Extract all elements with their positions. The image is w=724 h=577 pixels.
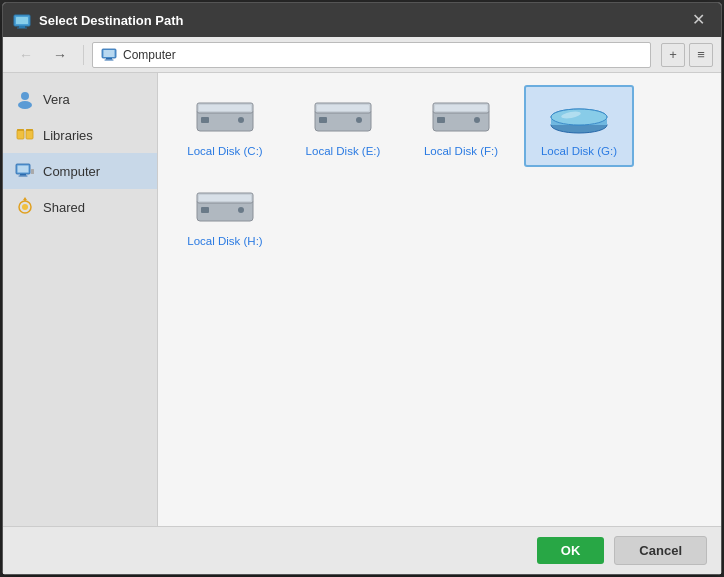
svg-rect-5 <box>104 50 115 57</box>
sidebar: Vera Libraries <box>3 73 158 526</box>
svg-rect-35 <box>435 105 487 111</box>
svg-point-47 <box>238 207 244 213</box>
svg-rect-18 <box>31 169 34 174</box>
svg-rect-12 <box>17 129 24 131</box>
svg-marker-22 <box>23 197 27 200</box>
disk-g-label: Local Disk (G:) <box>541 145 617 157</box>
file-item-disk-h[interactable]: Local Disk (H:) <box>170 175 280 257</box>
sidebar-item-libraries[interactable]: Libraries <box>3 117 157 153</box>
svg-rect-25 <box>199 105 251 111</box>
svg-rect-16 <box>20 174 26 176</box>
toolbar-separator <box>83 45 84 65</box>
sidebar-label-libraries: Libraries <box>43 128 93 143</box>
svg-rect-11 <box>26 130 33 139</box>
file-item-disk-f[interactable]: Local Disk (F:) <box>406 85 516 167</box>
svg-rect-7 <box>105 59 114 60</box>
main-content: Vera Libraries <box>3 73 721 526</box>
disk-c-icon <box>193 95 257 139</box>
toolbar: ← → Computer + ≡ <box>3 37 721 73</box>
svg-rect-1 <box>16 17 28 24</box>
svg-rect-17 <box>19 176 28 177</box>
sidebar-item-shared[interactable]: Shared <box>3 189 157 225</box>
svg-rect-10 <box>17 130 24 139</box>
svg-rect-31 <box>319 117 327 123</box>
toolbar-actions: + ≡ <box>661 43 713 67</box>
svg-point-32 <box>356 117 362 123</box>
back-button[interactable]: ← <box>11 43 41 67</box>
svg-rect-36 <box>437 117 445 123</box>
svg-point-9 <box>18 101 32 109</box>
svg-rect-15 <box>18 166 29 173</box>
svg-rect-3 <box>17 28 27 29</box>
svg-rect-46 <box>201 207 209 213</box>
sidebar-label-shared: Shared <box>43 200 85 215</box>
computer-address-icon <box>101 47 117 63</box>
svg-point-20 <box>22 204 28 210</box>
svg-rect-45 <box>199 195 251 201</box>
forward-button[interactable]: → <box>45 43 75 67</box>
disk-f-label: Local Disk (F:) <box>424 145 498 157</box>
disk-g-icon <box>547 95 611 139</box>
disk-h-icon <box>193 185 257 229</box>
svg-rect-13 <box>26 129 33 131</box>
svg-point-27 <box>238 117 244 123</box>
user-icon <box>15 89 35 109</box>
disk-c-label: Local Disk (C:) <box>187 145 262 157</box>
file-area: Local Disk (C:) Local Disk (E:) <box>158 73 721 526</box>
libraries-icon <box>15 125 35 145</box>
disk-f-icon <box>429 95 493 139</box>
close-button[interactable]: ✕ <box>686 10 711 30</box>
address-bar: Computer <box>92 42 651 68</box>
cancel-button[interactable]: Cancel <box>614 536 707 565</box>
disk-e-label: Local Disk (E:) <box>306 145 381 157</box>
sidebar-item-vera[interactable]: Vera <box>3 81 157 117</box>
disk-e-icon <box>311 95 375 139</box>
footer: OK Cancel <box>3 526 721 574</box>
svg-rect-6 <box>106 58 112 60</box>
address-text: Computer <box>123 48 176 62</box>
view-toggle-button[interactable]: ≡ <box>689 43 713 67</box>
file-item-disk-g[interactable]: Local Disk (G:) <box>524 85 634 167</box>
sidebar-label-computer: Computer <box>43 164 100 179</box>
svg-point-37 <box>474 117 480 123</box>
disk-h-label: Local Disk (H:) <box>187 235 262 247</box>
svg-point-41 <box>551 109 607 125</box>
title-bar: Select Destination Path ✕ <box>3 3 721 37</box>
sidebar-label-vera: Vera <box>43 92 70 107</box>
select-destination-dialog: Select Destination Path ✕ ← → Computer +… <box>2 2 722 575</box>
shared-icon <box>15 197 35 217</box>
file-item-disk-c[interactable]: Local Disk (C:) <box>170 85 280 167</box>
dialog-title: Select Destination Path <box>39 13 686 28</box>
svg-rect-26 <box>201 117 209 123</box>
svg-rect-30 <box>317 105 369 111</box>
new-folder-button[interactable]: + <box>661 43 685 67</box>
file-item-disk-e[interactable]: Local Disk (E:) <box>288 85 398 167</box>
ok-button[interactable]: OK <box>537 537 605 564</box>
dialog-icon <box>13 11 31 29</box>
svg-point-8 <box>21 92 29 100</box>
computer-sidebar-icon <box>15 161 35 181</box>
sidebar-item-computer[interactable]: Computer <box>3 153 157 189</box>
